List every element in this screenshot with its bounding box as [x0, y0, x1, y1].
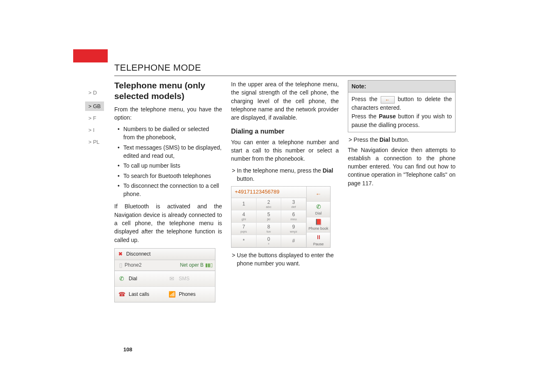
- page-number: 108: [123, 346, 132, 353]
- subheading-dialing: Dialing a number: [231, 127, 339, 136]
- lastcalls-label: Last calls: [129, 291, 149, 298]
- number-display: +49171123456789: [231, 187, 306, 198]
- running-head-marker: >>>: [98, 64, 108, 71]
- signal-icon: ▮▮▯: [205, 262, 213, 269]
- backspace-button[interactable]: ←: [307, 187, 330, 202]
- key-star[interactable]: *: [231, 235, 257, 247]
- nav-item-f[interactable]: > F: [88, 115, 104, 121]
- key-7[interactable]: 7pqrs: [231, 223, 257, 235]
- step-enter-number: > Use the buttons displayed to enter the…: [231, 251, 339, 268]
- pause-button[interactable]: ⏸Pause: [307, 233, 330, 247]
- step-press-dial2: > Press the Dial button.: [348, 136, 456, 144]
- list-item: To search for Buetooth telephones: [119, 172, 222, 180]
- phones-icon: 📶: [168, 291, 176, 298]
- nav-item-gb[interactable]: > GB: [85, 101, 104, 111]
- nav-item-i[interactable]: > I: [88, 127, 104, 133]
- note-box: Note: Press the ← button to delete the c…: [348, 80, 456, 132]
- note-heading: Note:: [348, 81, 455, 92]
- nav-item-d[interactable]: > D: [88, 90, 104, 96]
- key-4[interactable]: 4ghi: [231, 210, 257, 223]
- step-press-dial: > In the telephone menu, press the Dial …: [231, 166, 339, 183]
- language-side-nav: > D > GB > F > I > PL: [88, 90, 104, 151]
- column-3: Note: Press the ← button to delete the c…: [348, 80, 456, 302]
- col3-para: The Navigation device then attempts to e…: [348, 146, 456, 187]
- note-body: Press the ← button to delete the charact…: [348, 92, 455, 132]
- key-0[interactable]: 0+: [257, 235, 282, 247]
- pause-icon: ⏸: [316, 233, 321, 241]
- key-6[interactable]: 6mno: [281, 210, 306, 223]
- disconnect-button[interactable]: Disconnect: [126, 251, 150, 258]
- lastcalls-icon: ☎: [118, 291, 125, 298]
- backspace-icon: ←: [316, 190, 321, 198]
- list-item: Numbers to be dialled or selected from t…: [119, 125, 222, 142]
- running-head: TELEPHONE MODE: [114, 62, 201, 73]
- key-3[interactable]: 3def: [281, 198, 306, 210]
- phonebook-button[interactable]: 📕Phone book: [307, 217, 330, 233]
- dial-button[interactable]: ✆ Dial: [115, 271, 165, 286]
- option-list: Numbers to be dialled or selected from t…: [114, 125, 222, 198]
- key-9[interactable]: 9wxyz: [281, 223, 306, 235]
- column-2: In the upper area of the telephone menu,…: [231, 80, 339, 302]
- sms-label: SMS: [179, 275, 190, 282]
- dial-label: Dial: [129, 275, 137, 282]
- key-8[interactable]: 8tuv: [257, 223, 282, 235]
- key-2[interactable]: 2abc: [257, 198, 282, 210]
- sms-icon: ✉: [168, 275, 176, 282]
- battery-icon: ▯: [117, 261, 125, 269]
- header-accent-bar: [73, 49, 108, 62]
- dialpad-screenshot: +49171123456789 1 2abc 3def 4ghi 5jkl 6m…: [231, 186, 331, 248]
- list-item: Text messages (SMS) to be displayed, edi…: [119, 143, 222, 160]
- last-calls-button[interactable]: ☎ Last calls: [115, 286, 165, 302]
- backspace-icon: ←: [381, 96, 395, 104]
- list-item: To call up number lists: [119, 161, 222, 170]
- key-5[interactable]: 5jkl: [257, 210, 282, 223]
- col2-para2: You can enter a telephone number and sta…: [231, 138, 339, 163]
- telephone-menu-screenshot: ✖ Disconnect ▯ Phone2 Net oper B ▮▮▯ ✆: [114, 248, 215, 302]
- phonebook-icon: 📕: [315, 218, 322, 226]
- keypad: 1 2abc 3def 4ghi 5jkl 6mno 7pqrs 8tuv 9w…: [231, 198, 306, 247]
- list-item: To disconnect the connection to a cell p…: [119, 182, 222, 198]
- close-icon[interactable]: ✖: [115, 251, 126, 258]
- dial-icon: ✆: [118, 275, 125, 282]
- dial-icon: ✆: [316, 203, 321, 211]
- section-title: Telephone menu (only selected models): [114, 80, 222, 102]
- operator-label: Net oper B: [180, 262, 204, 269]
- phone-name-label: Phone2: [125, 262, 141, 269]
- dialpad-dial-button[interactable]: ✆Dial: [307, 202, 330, 217]
- nav-item-pl[interactable]: > PL: [88, 139, 104, 145]
- phones-label: Phones: [179, 291, 196, 298]
- col1-para2: If Bluetooth is activated and the Naviga…: [114, 202, 222, 244]
- phones-button[interactable]: 📶 Phones: [165, 286, 215, 302]
- col1-intro: From the telephone menu, you have the op…: [114, 105, 222, 122]
- column-1: Telephone menu (only selected models) Fr…: [114, 80, 222, 302]
- sms-button[interactable]: ✉ SMS: [165, 271, 215, 286]
- col2-para1: In the upper area of the telephone menu,…: [231, 80, 339, 122]
- title-rule: [114, 76, 456, 76]
- key-hash[interactable]: #: [281, 235, 306, 247]
- key-1[interactable]: 1: [231, 198, 257, 210]
